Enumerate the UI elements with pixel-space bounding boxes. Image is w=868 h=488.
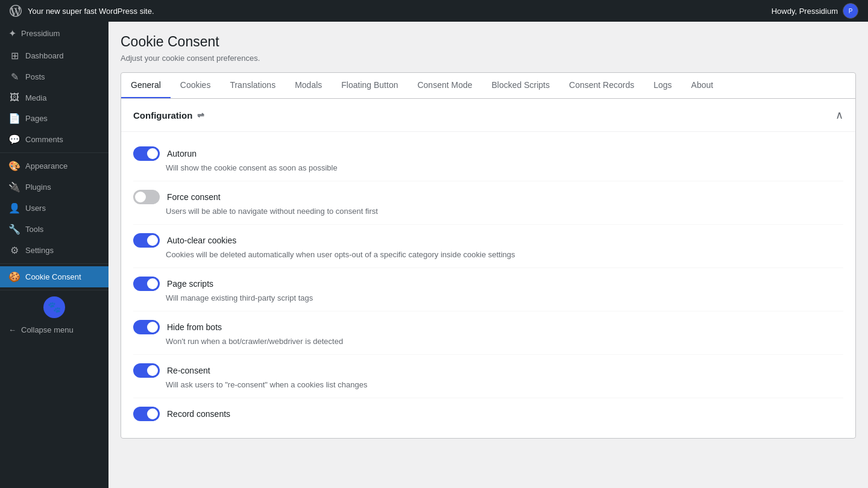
sidebar-item-label: Posts (25, 72, 45, 81)
sidebar-item-label: Appearance (25, 161, 68, 170)
sidebar: ✦ Pressidium ⊞ Dashboard ✎ Posts 🖼 Media… (0, 22, 108, 488)
top-bar-left: Your new super fast WordPress site. (10, 5, 154, 17)
collapse-icon: ← (8, 325, 16, 334)
admin-avatar: P (843, 3, 858, 19)
sidebar-item-label: Cookie Consent (25, 272, 81, 281)
force-consent-desc: Users will be able to navigate without n… (166, 207, 843, 216)
wp-logo-icon (10, 5, 22, 17)
sidebar-divider (0, 152, 108, 153)
re-consent-toggle-slider (133, 363, 160, 378)
hide-bots-toggle[interactable] (133, 320, 160, 334)
re-consent-toggle[interactable] (133, 363, 160, 378)
autorun-label: Autorun (167, 149, 197, 158)
sidebar-item-cookie-consent[interactable]: 🍪 Cookie Consent (0, 266, 108, 287)
sidebar-divider-2 (0, 263, 108, 264)
sidebar-item-appearance[interactable]: 🎨 Appearance (0, 155, 108, 177)
dashboard-icon: ⊞ (8, 50, 20, 61)
tab-floating-button[interactable]: Floating Button (332, 73, 407, 98)
record-consents-label: Record consents (167, 409, 230, 419)
settings-icon: ⚙ (8, 245, 20, 256)
user-avatar-bottom: 🐾 (43, 296, 65, 318)
tab-cookies[interactable]: Cookies (171, 73, 221, 98)
setting-row-auto-clear: Auto-clear cookies Cookies will be delet… (133, 225, 843, 268)
auto-clear-label: Auto-clear cookies (167, 236, 236, 245)
auto-clear-toggle-slider (133, 233, 160, 248)
sidebar-item-label: Plugins (25, 183, 51, 192)
tab-blocked-scripts[interactable]: Blocked Scripts (482, 73, 559, 98)
pressidium-label: Pressidium (21, 29, 60, 38)
sidebar-item-label: Pages (25, 114, 48, 123)
cookie-consent-icon: 🍪 (8, 271, 20, 283)
sidebar-item-settings[interactable]: ⚙ Settings (0, 240, 108, 261)
sidebar-item-label: Comments (25, 135, 63, 144)
tab-consent-records[interactable]: Consent Records (559, 73, 644, 98)
record-consents-toggle[interactable] (133, 407, 160, 421)
settings-body: Autorun Will show the cookie consent as … (121, 132, 855, 438)
page-scripts-label: Page scripts (167, 279, 213, 289)
settings-card: General Cookies Translations Modals Floa… (121, 72, 856, 439)
sidebar-item-dashboard[interactable]: ⊞ Dashboard (0, 45, 108, 66)
autorun-desc: Will show the cookie consent as soon as … (166, 163, 843, 172)
site-name: Your new super fast WordPress site. (28, 7, 154, 16)
setting-row-autorun: Autorun Will show the cookie consent as … (133, 138, 843, 181)
auto-clear-desc: Cookies will be deleted automatically wh… (166, 250, 843, 259)
hide-bots-desc: Won't run when a bot/crawler/webdriver i… (166, 337, 843, 346)
howdy-text: Howdy, Pressidium (772, 7, 838, 16)
setting-row-force-consent: Force consent Users will be able to navi… (133, 181, 843, 225)
auto-clear-toggle[interactable] (133, 233, 160, 248)
pressidium-brand: ✦ Pressidium (0, 22, 108, 45)
top-bar: Your new super fast WordPress site. Howd… (0, 0, 868, 22)
tab-general[interactable]: General (121, 73, 171, 98)
hide-bots-toggle-slider (133, 320, 160, 334)
posts-icon: ✎ (8, 71, 20, 83)
page-scripts-desc: Will manage existing third-party script … (166, 293, 843, 302)
re-consent-label: Re-consent (167, 366, 210, 375)
setting-row-re-consent: Re-consent Will ask users to "re-consent… (133, 355, 843, 398)
collapse-menu-button[interactable]: ← Collapse menu (0, 321, 108, 339)
sidebar-item-media[interactable]: 🖼 Media (0, 87, 108, 108)
re-consent-desc: Will ask users to "re-consent" when a co… (166, 380, 843, 389)
setting-row-record-consents: Record consents (133, 398, 843, 432)
force-consent-label: Force consent (167, 192, 221, 202)
sidebar-item-plugins[interactable]: 🔌 Plugins (0, 177, 108, 198)
appearance-icon: 🎨 (8, 160, 20, 172)
setting-row-page-scripts: Page scripts Will manage existing third-… (133, 268, 843, 311)
collapse-section-button[interactable]: ∧ (835, 108, 843, 122)
page-scripts-toggle[interactable] (133, 277, 160, 291)
sidebar-item-label: Dashboard (25, 51, 64, 60)
sidebar-item-label: Users (25, 204, 46, 213)
sidebar-item-comments[interactable]: 💬 Comments (0, 129, 108, 150)
plugins-icon: 🔌 (8, 181, 20, 193)
sidebar-item-label: Settings (25, 246, 54, 255)
setting-row-hide-bots: Hide from bots Won't run when a bot/craw… (133, 311, 843, 355)
top-bar-right: Howdy, Pressidium P (772, 3, 858, 19)
tab-logs[interactable]: Logs (644, 73, 681, 98)
collapse-label: Collapse menu (21, 325, 74, 334)
sidebar-divider-3 (0, 290, 108, 290)
sidebar-item-users[interactable]: 👤 Users (0, 198, 108, 219)
sidebar-item-pages[interactable]: 📄 Pages (0, 108, 108, 129)
main-content: Cookie Consent Adjust your cookie consen… (108, 22, 868, 488)
tab-about[interactable]: About (682, 73, 723, 98)
comments-icon: 💬 (8, 134, 20, 145)
media-icon: 🖼 (8, 92, 20, 103)
tools-icon: 🔧 (8, 224, 20, 235)
sidebar-item-label: Media (25, 93, 46, 102)
configuration-label: Configuration (133, 110, 192, 120)
page-title: Cookie Consent (121, 34, 856, 50)
page-scripts-toggle-slider (133, 277, 160, 291)
tab-modals[interactable]: Modals (285, 73, 332, 98)
section-title: Configuration ⇌ (133, 110, 204, 120)
tab-consent-mode[interactable]: Consent Mode (407, 73, 482, 98)
hide-bots-label: Hide from bots (167, 322, 222, 332)
autorun-toggle[interactable] (133, 146, 160, 161)
filter-icon: ⇌ (197, 110, 204, 120)
pages-icon: 📄 (8, 113, 20, 124)
sidebar-item-tools[interactable]: 🔧 Tools (0, 219, 108, 240)
sidebar-item-label: Tools (25, 225, 43, 234)
force-consent-toggle[interactable] (133, 190, 160, 204)
sidebar-item-posts[interactable]: ✎ Posts (0, 66, 108, 87)
users-icon: 👤 (8, 202, 20, 214)
page-subtitle: Adjust your cookie consent preferences. (121, 54, 856, 63)
tab-translations[interactable]: Translations (220, 73, 285, 98)
